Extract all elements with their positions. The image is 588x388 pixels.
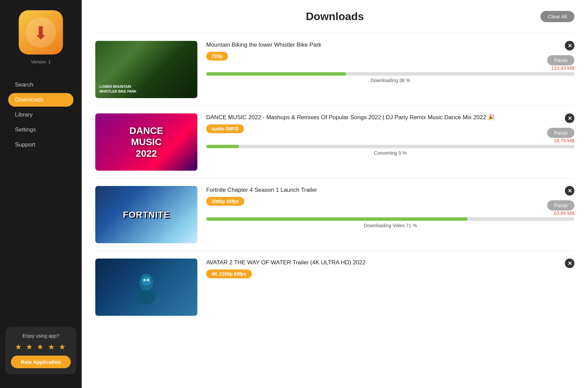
stars-rating: ★ ★ ★ ★ ★ <box>15 343 66 352</box>
item-actions: ✕ Pause <box>547 41 574 65</box>
progress-size: 63.89 MB <box>206 211 574 216</box>
progress-bar-background <box>206 72 574 76</box>
thumbnail: FORTNITE <box>95 186 197 243</box>
quality-badge: 4K 2160p 60fps <box>206 269 252 278</box>
progress-section: 110.43 MB Downloading 38 % <box>206 65 574 83</box>
progress-bar-background <box>206 217 574 221</box>
download-item: FORTNITE Fortnite Chapter 4 Season 1 Lau… <box>95 178 574 251</box>
sidebar-item-search[interactable]: Search <box>8 78 74 92</box>
progress-section: 63.89 MB Downloading Video 71 % <box>206 211 574 228</box>
progress-label: Downloading 38 % <box>206 78 574 83</box>
download-list: Mountain Biking the lower Whistler Bike … <box>95 33 574 323</box>
item-title: Fortnite Chapter 4 Season 1 Launch Trail… <box>206 186 574 194</box>
download-item: AVATAR 2 THE WAY OF WATER Trailer (4K UL… <box>95 251 574 323</box>
svg-point-3 <box>143 279 146 281</box>
item-title: Mountain Biking the lower Whistler Bike … <box>206 41 574 49</box>
quality-badge: 720p <box>206 52 228 61</box>
close-button[interactable]: ✕ <box>565 186 574 196</box>
pause-button[interactable]: Pause <box>547 200 574 211</box>
item-title: AVATAR 2 THE WAY OF WATER Trailer (4K UL… <box>206 259 574 267</box>
progress-bar-fill <box>206 217 468 221</box>
download-icon: ⬇ <box>33 24 48 42</box>
progress-bar-background <box>206 145 574 148</box>
rate-application-button[interactable]: Rate Application <box>11 356 71 368</box>
progress-bar-fill <box>206 72 346 76</box>
page-header: Downloads Clear All <box>95 10 574 23</box>
download-item: DANCEMUSIC2022 DANCE MUSIC 2022 - Mashup… <box>95 106 574 178</box>
progress-size: 110.43 MB <box>206 65 574 71</box>
thumbnail <box>95 41 197 98</box>
progress-bar-fill <box>206 145 239 148</box>
svg-point-1 <box>137 291 156 304</box>
close-button[interactable]: ✕ <box>565 113 574 123</box>
progress-size: 28.79 MB <box>206 138 574 143</box>
app-icon: ⬇ <box>19 10 63 55</box>
quality-badge: 1080p 60fps <box>206 197 244 206</box>
quality-badge: audio (MP3) <box>206 124 244 133</box>
version-label: Version: 1 <box>31 59 51 64</box>
thumbnail: DANCEMUSIC2022 <box>95 113 197 171</box>
close-button[interactable]: ✕ <box>565 41 574 50</box>
item-info: Fortnite Chapter 4 Season 1 Launch Trail… <box>206 186 574 228</box>
close-button[interactable]: ✕ <box>565 259 574 268</box>
sidebar: ⬇ Version: 1 Search Downloads Library Se… <box>0 0 82 388</box>
sidebar-bottom: Enjoy using app? ★ ★ ★ ★ ★ Rate Applicat… <box>0 320 82 381</box>
item-actions: ✕ Pause <box>547 259 574 283</box>
main-content: Downloads Clear All Mountain Biking the … <box>82 0 588 388</box>
nav-links: Search Downloads Library Settings Suppor… <box>0 78 82 152</box>
sidebar-item-library[interactable]: Library <box>8 108 74 122</box>
item-title: DANCE MUSIC 2022 - Mashups & Remixes Of … <box>206 113 574 122</box>
item-info: DANCE MUSIC 2022 - Mashups & Remixes Of … <box>206 113 574 156</box>
item-info: AVATAR 2 THE WAY OF WATER Trailer (4K UL… <box>206 259 574 278</box>
svg-point-2 <box>142 276 151 286</box>
thumbnail <box>95 259 197 316</box>
pause-button[interactable]: Pause <box>547 55 574 65</box>
clear-all-button[interactable]: Clear All <box>540 11 574 22</box>
item-actions: ✕ Pause <box>547 186 574 211</box>
item-actions: ✕ Pause <box>547 113 574 138</box>
sidebar-item-support[interactable]: Support <box>8 138 74 152</box>
sidebar-item-downloads[interactable]: Downloads <box>8 93 74 107</box>
download-item: Mountain Biking the lower Whistler Bike … <box>95 33 574 106</box>
progress-section: 28.79 MB Converting 9 % <box>206 138 574 156</box>
item-info: Mountain Biking the lower Whistler Bike … <box>206 41 574 83</box>
pause-button[interactable]: Pause <box>547 128 574 138</box>
progress-label: Downloading Video 71 % <box>206 223 574 228</box>
page-title: Downloads <box>306 10 364 23</box>
enjoy-text: Enjoy using app? <box>22 333 59 339</box>
sidebar-item-settings[interactable]: Settings <box>8 123 74 137</box>
enjoy-box: Enjoy using app? ★ ★ ★ ★ ★ Rate Applicat… <box>5 327 76 374</box>
app-icon-inner: ⬇ <box>26 17 56 48</box>
svg-point-4 <box>147 279 149 281</box>
progress-label: Converting 9 % <box>206 150 574 156</box>
